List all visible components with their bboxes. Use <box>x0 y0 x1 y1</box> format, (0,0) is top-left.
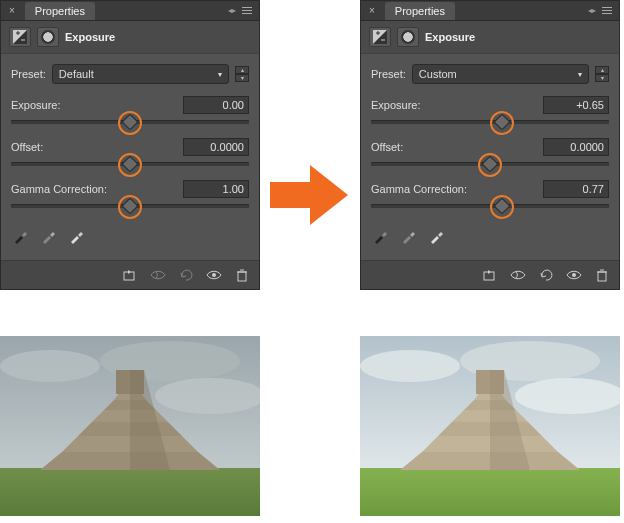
close-icon[interactable]: × <box>5 5 19 16</box>
exposure-thumb[interactable] <box>122 114 139 131</box>
svg-marker-10 <box>270 165 348 225</box>
preset-row: Preset: Default ▾ ▴▾ <box>11 64 249 84</box>
close-icon[interactable]: × <box>365 5 379 16</box>
eyedropper-white-icon[interactable] <box>429 228 445 244</box>
trash-icon[interactable] <box>593 267 611 283</box>
gamma-slider-group: Gamma Correction: 0.77 <box>371 180 609 208</box>
eyedropper-black-icon[interactable] <box>13 228 29 244</box>
clip-to-layer-icon[interactable] <box>121 267 139 283</box>
offset-track[interactable] <box>371 162 609 166</box>
panel-menu-icon[interactable] <box>599 7 615 14</box>
svg-point-6 <box>212 273 216 277</box>
gamma-slider-group: Gamma Correction: 1.00 <box>11 180 249 208</box>
offset-slider-group: Offset: 0.0000 <box>11 138 249 166</box>
exposure-track[interactable] <box>11 120 249 124</box>
offset-label: Offset: <box>371 141 403 153</box>
preset-stepper[interactable]: ▴▾ <box>595 66 609 82</box>
gamma-value[interactable]: 0.77 <box>543 180 609 198</box>
exposure-label: Exposure: <box>11 99 61 111</box>
exposure-slider-group: Exposure: 0.00 <box>11 96 249 124</box>
properties-panel-before: × Properties ◂▸ Exposure Preset: Default… <box>0 0 260 290</box>
exposure-thumb[interactable] <box>493 114 510 131</box>
visibility-icon[interactable] <box>565 267 583 283</box>
exposure-slider-group: Exposure: +0.65 <box>371 96 609 124</box>
collapse-icon[interactable]: ◂▸ <box>225 6 239 15</box>
offset-label: Offset: <box>11 141 43 153</box>
gamma-label: Gamma Correction: <box>371 183 467 195</box>
preset-value: Custom <box>419 68 457 80</box>
panel-footer <box>361 260 619 289</box>
preview-image-before <box>0 336 260 516</box>
eyedropper-gray-icon[interactable] <box>401 228 417 244</box>
preview-image-after <box>360 336 620 516</box>
gamma-track[interactable] <box>371 204 609 208</box>
layer-mask-icon[interactable] <box>37 27 59 47</box>
eyedropper-gray-icon[interactable] <box>41 228 57 244</box>
preset-row: Preset: Custom ▾ ▴▾ <box>371 64 609 84</box>
offset-thumb[interactable] <box>122 156 139 173</box>
panel-menu-icon[interactable] <box>239 7 255 14</box>
preset-label: Preset: <box>11 68 46 80</box>
offset-value[interactable]: 0.0000 <box>543 138 609 156</box>
layer-mask-icon[interactable] <box>397 27 419 47</box>
offset-thumb[interactable] <box>482 156 499 173</box>
view-previous-icon[interactable] <box>149 267 167 283</box>
properties-panel-after: × Properties ◂▸ Exposure Preset: Custom … <box>360 0 620 290</box>
adjustment-name: Exposure <box>425 31 475 43</box>
exposure-track[interactable] <box>371 120 609 124</box>
svg-rect-18 <box>598 272 606 281</box>
offset-track[interactable] <box>11 162 249 166</box>
exposure-adjustment-icon[interactable] <box>9 27 31 47</box>
transition-arrow <box>270 160 350 230</box>
offset-slider-group: Offset: 0.0000 <box>371 138 609 166</box>
gamma-label: Gamma Correction: <box>11 183 107 195</box>
panel-tab[interactable]: Properties <box>385 2 455 20</box>
exposure-label: Exposure: <box>371 99 421 111</box>
preset-stepper[interactable]: ▴▾ <box>235 66 249 82</box>
eyedropper-row <box>371 222 609 254</box>
preset-label: Preset: <box>371 68 406 80</box>
exposure-value[interactable]: 0.00 <box>183 96 249 114</box>
dropdown-chevron-icon: ▾ <box>578 70 582 79</box>
panel-titlebar: × Properties ◂▸ <box>1 1 259 21</box>
gamma-track[interactable] <box>11 204 249 208</box>
dropdown-chevron-icon: ▾ <box>218 70 222 79</box>
panel-footer <box>1 260 259 289</box>
panel-titlebar: × Properties ◂▸ <box>361 1 619 21</box>
reset-icon[interactable] <box>537 267 555 283</box>
svg-rect-7 <box>238 272 246 281</box>
gamma-thumb[interactable] <box>122 198 139 215</box>
exposure-value[interactable]: +0.65 <box>543 96 609 114</box>
gamma-thumb[interactable] <box>493 198 510 215</box>
reset-icon[interactable] <box>177 267 195 283</box>
visibility-icon[interactable] <box>205 267 223 283</box>
preset-value: Default <box>59 68 94 80</box>
adjustment-name: Exposure <box>65 31 115 43</box>
collapse-icon[interactable]: ◂▸ <box>585 6 599 15</box>
offset-value[interactable]: 0.0000 <box>183 138 249 156</box>
eyedropper-black-icon[interactable] <box>373 228 389 244</box>
trash-icon[interactable] <box>233 267 251 283</box>
preset-dropdown[interactable]: Default ▾ <box>52 64 229 84</box>
eyedropper-white-icon[interactable] <box>69 228 85 244</box>
adjustment-header: Exposure <box>361 21 619 54</box>
gamma-value[interactable]: 1.00 <box>183 180 249 198</box>
adjustment-header: Exposure <box>1 21 259 54</box>
exposure-adjustment-icon[interactable] <box>369 27 391 47</box>
panel-tab[interactable]: Properties <box>25 2 95 20</box>
preset-dropdown[interactable]: Custom ▾ <box>412 64 589 84</box>
clip-to-layer-icon[interactable] <box>481 267 499 283</box>
svg-point-17 <box>572 273 576 277</box>
eyedropper-row <box>11 222 249 254</box>
view-previous-icon[interactable] <box>509 267 527 283</box>
